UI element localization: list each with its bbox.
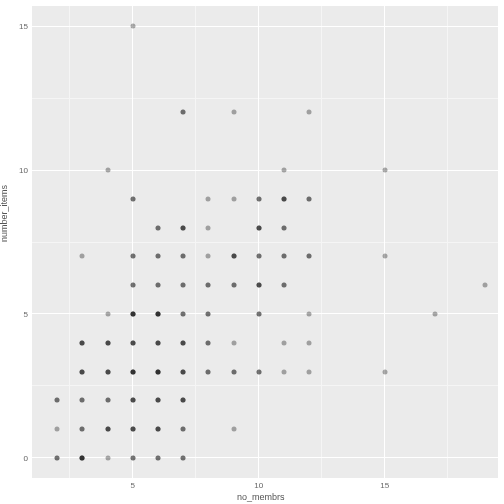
data-point: [80, 455, 85, 460]
data-point: [281, 168, 286, 173]
gridline-major: [32, 26, 498, 27]
data-point: [181, 398, 186, 403]
data-point: [281, 340, 286, 345]
data-point: [256, 311, 261, 316]
data-point: [231, 427, 236, 432]
gridline-major: [132, 6, 133, 478]
data-point: [130, 311, 135, 316]
data-point: [281, 369, 286, 374]
data-point: [231, 254, 236, 259]
x-tick-label: 5: [131, 481, 135, 490]
data-point: [130, 24, 135, 29]
data-point: [206, 254, 211, 259]
data-point: [130, 369, 135, 374]
data-point: [105, 168, 110, 173]
data-point: [256, 254, 261, 259]
plot-panel: [32, 6, 498, 478]
data-point: [433, 311, 438, 316]
data-point: [181, 254, 186, 259]
data-point: [231, 196, 236, 201]
data-point: [80, 398, 85, 403]
data-point: [206, 311, 211, 316]
gridline-major: [384, 6, 385, 478]
data-point: [105, 398, 110, 403]
data-point: [307, 110, 312, 115]
data-point: [382, 168, 387, 173]
data-point: [307, 369, 312, 374]
data-point: [231, 283, 236, 288]
data-point: [256, 283, 261, 288]
data-point: [206, 225, 211, 230]
data-point: [155, 398, 160, 403]
scatter-chart: no_membrs number_items 51015051015: [0, 0, 504, 504]
data-point: [105, 369, 110, 374]
data-point: [181, 455, 186, 460]
data-point: [130, 427, 135, 432]
y-tick-label: 10: [14, 166, 28, 175]
data-point: [80, 340, 85, 345]
data-point: [130, 340, 135, 345]
data-point: [206, 283, 211, 288]
data-point: [307, 196, 312, 201]
y-axis-label: number_items: [0, 185, 9, 242]
data-point: [281, 196, 286, 201]
data-point: [181, 225, 186, 230]
data-point: [55, 455, 60, 460]
data-point: [181, 283, 186, 288]
data-point: [130, 455, 135, 460]
data-point: [181, 110, 186, 115]
data-point: [206, 369, 211, 374]
data-point: [307, 311, 312, 316]
data-point: [130, 254, 135, 259]
gridline-major: [32, 313, 498, 314]
data-point: [231, 110, 236, 115]
data-point: [256, 196, 261, 201]
gridline-minor: [32, 385, 498, 386]
y-tick-label: 15: [14, 22, 28, 31]
data-point: [105, 427, 110, 432]
data-point: [155, 283, 160, 288]
gridline-major: [32, 170, 498, 171]
data-point: [155, 254, 160, 259]
data-point: [281, 283, 286, 288]
data-point: [307, 254, 312, 259]
y-tick-label: 0: [14, 453, 28, 462]
data-point: [130, 398, 135, 403]
x-axis-label: no_membrs: [237, 492, 285, 502]
x-tick-label: 10: [254, 481, 263, 490]
data-point: [307, 340, 312, 345]
data-point: [155, 311, 160, 316]
data-point: [105, 311, 110, 316]
data-point: [181, 427, 186, 432]
data-point: [155, 427, 160, 432]
data-point: [155, 369, 160, 374]
data-point: [155, 455, 160, 460]
data-point: [181, 369, 186, 374]
data-point: [382, 369, 387, 374]
data-point: [382, 254, 387, 259]
gridline-minor: [32, 98, 498, 99]
data-point: [155, 225, 160, 230]
data-point: [483, 283, 488, 288]
data-point: [181, 340, 186, 345]
data-point: [130, 196, 135, 201]
gridline-minor: [32, 242, 498, 243]
data-point: [55, 398, 60, 403]
data-point: [105, 455, 110, 460]
data-point: [281, 254, 286, 259]
data-point: [130, 283, 135, 288]
data-point: [281, 225, 286, 230]
data-point: [206, 196, 211, 201]
data-point: [256, 225, 261, 230]
data-point: [231, 369, 236, 374]
data-point: [105, 340, 110, 345]
x-tick-label: 15: [380, 481, 389, 490]
data-point: [80, 369, 85, 374]
data-point: [80, 254, 85, 259]
y-tick-label: 5: [14, 309, 28, 318]
gridline-major: [32, 457, 498, 458]
data-point: [256, 369, 261, 374]
data-point: [231, 340, 236, 345]
data-point: [155, 340, 160, 345]
data-point: [80, 427, 85, 432]
